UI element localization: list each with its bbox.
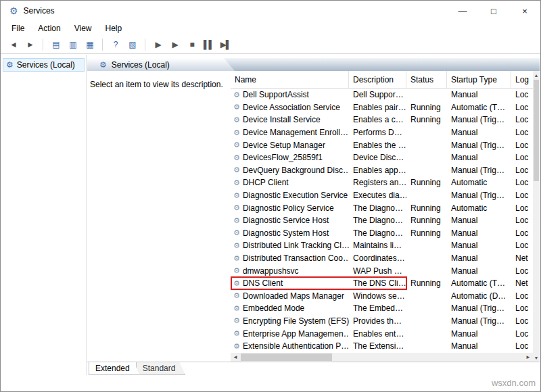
pause-service-button[interactable]: ▌▌ xyxy=(201,37,216,52)
service-row[interactable]: ⚙Device Install ServiceEnables a c…Runni… xyxy=(231,114,533,126)
service-row[interactable]: ⚙Embedded ModeThe Embed…Manual (Trig…Loc xyxy=(231,302,533,315)
service-gear-icon: ⚙ xyxy=(233,128,240,137)
service-startup-type-cell: Automatic xyxy=(447,178,511,187)
services-list-area: NameDescriptionStatusStartup TypeLog ⚙De… xyxy=(231,71,533,362)
service-status-cell: Running xyxy=(406,103,447,112)
service-name-cell: ⚙Diagnostic Execution Service xyxy=(231,191,349,200)
service-logon-cell: Loc xyxy=(511,241,533,250)
service-name: Device Management Enroll… xyxy=(243,128,348,137)
service-gear-icon: ⚙ xyxy=(233,266,240,275)
scroll-right-arrow-icon[interactable]: ► xyxy=(523,353,533,362)
service-logon-cell: Loc xyxy=(511,153,533,162)
service-row[interactable]: ⚙DHCP ClientRegisters an…RunningAutomati… xyxy=(231,176,533,189)
back-button[interactable]: ◄ xyxy=(5,37,21,52)
service-description-cell: The Extensi… xyxy=(349,341,406,351)
service-name-cell: ⚙Encrypting File System (EFS) xyxy=(231,316,349,326)
service-row[interactable]: ⚙Device Management Enroll…Performs D…Man… xyxy=(231,126,533,139)
service-startup-type-cell: Automatic (T… xyxy=(447,278,511,288)
service-description-cell: The Diagno… xyxy=(349,228,406,238)
restart-service-button[interactable]: ▶▌ xyxy=(218,37,233,52)
service-name: Enterprise App Managemen… xyxy=(243,329,349,339)
service-name-cell: ⚙Distributed Transaction Coo… xyxy=(231,253,349,263)
start-service-button[interactable]: ▶ xyxy=(150,37,166,52)
service-row[interactable]: ⚙Downloaded Maps ManagerWindows se…Autom… xyxy=(231,290,533,303)
tree-item-label: Services (Local) xyxy=(17,60,75,70)
menu-action[interactable]: Action xyxy=(31,22,67,35)
minimize-button[interactable]: — xyxy=(447,1,478,21)
horizontal-scroll-thumb[interactable] xyxy=(241,353,332,361)
service-name: DNS Client xyxy=(243,278,283,288)
service-gear-icon: ⚙ xyxy=(233,241,240,250)
service-name: Embedded Mode xyxy=(243,303,304,313)
service-startup-type-cell: Manual xyxy=(447,228,511,238)
column-header-status[interactable]: Status xyxy=(406,71,447,88)
forward-button[interactable]: ► xyxy=(22,37,38,52)
refresh-button[interactable]: ▦ xyxy=(82,37,97,52)
properties-button[interactable]: ▧ xyxy=(124,37,140,52)
column-header-log[interactable]: Log xyxy=(511,71,533,88)
service-name-cell: ⚙Device Management Enroll… xyxy=(231,128,349,137)
service-row[interactable]: ⚙DevicesFlow_25859f1Device Disc…ManualLo… xyxy=(231,151,533,164)
column-header-name[interactable]: Name xyxy=(231,71,349,88)
service-row[interactable]: ⚙Extensible Authentication P…The Extensi… xyxy=(231,340,533,353)
vertical-scrollbar[interactable]: ▲ ▼ xyxy=(533,71,540,362)
service-row[interactable]: ⚙Distributed Link Tracking Cl…Maintains … xyxy=(231,239,533,252)
service-name-cell: ⚙Extensible Authentication P… xyxy=(231,341,349,351)
service-startup-type-cell: Manual xyxy=(447,341,511,351)
close-button[interactable]: × xyxy=(509,1,540,21)
tab-extended[interactable]: Extended xyxy=(89,362,140,375)
service-startup-type-cell: Manual (Trig… xyxy=(447,316,511,326)
menu-help[interactable]: Help xyxy=(99,22,129,35)
tab-standard[interactable]: Standard xyxy=(136,362,186,375)
menu-file[interactable]: File xyxy=(5,22,31,35)
details-pane: ⚙ Services (Local) Select an item to vie… xyxy=(87,55,540,375)
stop-service-button[interactable]: ■ xyxy=(184,37,199,52)
menu-view[interactable]: View xyxy=(68,22,99,35)
help-button[interactable]: ? xyxy=(108,37,123,52)
service-startup-type-cell: Automatic xyxy=(447,203,511,213)
show-console-tree-button[interactable]: ▤ xyxy=(48,37,64,52)
maximize-button[interactable]: □ xyxy=(478,1,509,21)
service-name: Diagnostic Execution Service xyxy=(243,191,348,200)
column-header-startup-type[interactable]: Startup Type xyxy=(447,71,511,88)
toolbar: ◄►▤▥▦?▧▶▶■▌▌▶▌ xyxy=(1,36,540,54)
service-row[interactable]: ⚙Diagnostic Execution ServiceExecutes di… xyxy=(231,189,533,202)
service-row[interactable]: ⚙DNS ClientThe DNS Cli…RunningAutomatic … xyxy=(231,277,533,290)
watermark: wsxdn.com xyxy=(492,378,536,388)
service-gear-icon: ⚙ xyxy=(233,91,240,99)
scroll-down-arrow-icon[interactable]: ▼ xyxy=(533,353,540,362)
resume-service-button[interactable]: ▶ xyxy=(167,37,183,52)
service-row[interactable]: ⚙Device Setup ManagerEnables the …Manual… xyxy=(231,139,533,151)
column-header-description[interactable]: Description xyxy=(349,71,406,88)
service-status-cell: Running xyxy=(406,178,447,187)
export-list-button[interactable]: ▥ xyxy=(65,37,80,52)
service-row[interactable]: ⚙Diagnostic Service HostThe Diagno…Runni… xyxy=(231,214,533,227)
tree-item-services-local[interactable]: ⚙ Services (Local) xyxy=(3,58,85,72)
service-name: Dell SupportAssist xyxy=(243,90,309,99)
horizontal-scrollbar[interactable]: ◄ ► xyxy=(231,353,533,362)
service-row[interactable]: ⚙Device Association ServiceEnables pair…… xyxy=(231,101,533,114)
services-list: ⚙Dell SupportAssistDell Suppor…ManualLoc… xyxy=(231,89,533,353)
service-gear-icon: ⚙ xyxy=(233,153,240,162)
service-name-cell: ⚙Diagnostic Policy Service xyxy=(231,203,349,213)
service-logon-cell: Loc xyxy=(511,316,533,326)
vertical-scroll-thumb[interactable] xyxy=(534,80,539,181)
service-name: dmwappushsvc xyxy=(243,266,299,276)
service-row[interactable]: ⚙Diagnostic Policy ServiceThe Diagno…Run… xyxy=(231,201,533,214)
service-row[interactable]: ⚙Diagnostic System HostThe Diagno…Runnin… xyxy=(231,227,533,240)
service-row[interactable]: ⚙Dell SupportAssistDell Suppor…ManualLoc xyxy=(231,89,533,101)
service-description-cell: WAP Push … xyxy=(349,266,406,276)
service-startup-type-cell: Manual xyxy=(447,241,511,250)
service-description-cell: The Embed… xyxy=(349,303,406,313)
service-gear-icon: ⚙ xyxy=(233,216,240,225)
service-description-cell: Registers an… xyxy=(349,178,406,187)
service-row[interactable]: ⚙dmwappushsvcWAP Push …ManualLoc xyxy=(231,264,533,277)
scroll-up-arrow-icon[interactable]: ▲ xyxy=(533,71,540,79)
service-row[interactable]: ⚙Encrypting File System (EFS)Provides th… xyxy=(231,315,533,328)
service-row[interactable]: ⚙Distributed Transaction Coo…Coordinates… xyxy=(231,252,533,265)
scroll-left-arrow-icon[interactable]: ◄ xyxy=(231,353,240,362)
service-row[interactable]: ⚙DevQuery Background Disc…Enables app…Ma… xyxy=(231,164,533,177)
service-row[interactable]: ⚙Enterprise App Managemen…Enables ent…Ma… xyxy=(231,327,533,340)
column-header-row: NameDescriptionStatusStartup TypeLog xyxy=(231,71,533,89)
service-name-cell: ⚙Diagnostic System Host xyxy=(231,228,349,238)
